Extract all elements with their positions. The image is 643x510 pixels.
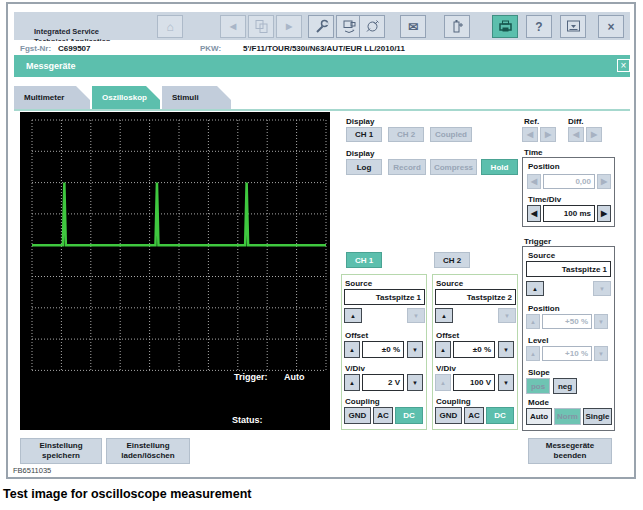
ch2-coupling-label: Coupling xyxy=(436,397,471,406)
operations-button[interactable] xyxy=(248,15,274,38)
battery-icon xyxy=(450,19,465,34)
dialog-close-button[interactable]: × xyxy=(617,59,630,72)
vin-value: C699507 xyxy=(58,44,90,53)
ch1-select-button[interactable]: CH 1 xyxy=(346,252,382,268)
save-settings-label: Einstellung xyxy=(39,441,82,451)
display-ch2-button[interactable]: CH 2 xyxy=(388,127,424,142)
caption: Test image for oscilloscope measurement xyxy=(3,487,251,501)
arrow-up-icon: ▲ xyxy=(440,380,446,386)
arrow-up-icon: ▲ xyxy=(349,347,355,353)
help-button[interactable]: ? xyxy=(526,15,552,38)
trigger-source-down-button[interactable]: ▼ xyxy=(593,281,611,296)
battery-button[interactable] xyxy=(444,15,470,38)
window-minimize-icon xyxy=(566,19,581,34)
ch2-select-button[interactable]: CH 2 xyxy=(434,252,470,268)
display-channels-label: Display xyxy=(346,117,374,126)
arrow-down-icon: ▼ xyxy=(412,380,418,386)
diff-next-button[interactable]: ▶ xyxy=(586,127,602,142)
arrow-left-icon: ◀ xyxy=(527,130,533,139)
ch1-vdiv-value: 2 V xyxy=(362,374,404,391)
ch1-vdiv-down-button[interactable]: ▼ xyxy=(407,374,423,391)
slope-neg-button[interactable]: neg xyxy=(553,378,577,394)
ch1-offset-up-button[interactable]: ▲ xyxy=(344,341,360,358)
time-box: Position ◀ 0,00 ▶ Time/Div ◀ 100 ms ▶ xyxy=(522,157,615,227)
back-button[interactable]: ◀ xyxy=(220,15,246,38)
arrow-down-icon: ▼ xyxy=(598,351,604,357)
ch2-source-up-button[interactable]: ▲ xyxy=(435,308,453,323)
mode-norm-button[interactable]: Norm xyxy=(554,408,581,425)
connection-button[interactable] xyxy=(359,15,385,38)
time-position-value: 0,00 xyxy=(543,174,595,189)
load-delete-settings-button[interactable]: Einstellung laden/löschen xyxy=(106,438,190,464)
trigger-position-value: +50 % xyxy=(542,314,592,329)
ch2-vdiv-down-button[interactable]: ▼ xyxy=(498,374,514,391)
record-button[interactable]: Record xyxy=(388,159,426,175)
ch2-offset-up-button[interactable]: ▲ xyxy=(435,341,451,358)
messages-button[interactable]: ✉ xyxy=(400,15,426,38)
ch2-source-down-button[interactable]: ▼ xyxy=(498,308,516,323)
ref-next-button[interactable]: ▶ xyxy=(540,127,556,142)
arrow-down-icon: ▼ xyxy=(503,347,509,353)
arrow-right-icon: ▶ xyxy=(591,130,597,139)
mode-auto-button[interactable]: Auto xyxy=(526,408,552,425)
scope-trigger-label: Trigger: xyxy=(234,372,268,382)
mode-single-button[interactable]: Single xyxy=(583,408,612,425)
arrow-up-icon: ▲ xyxy=(440,347,446,353)
display-coupled-button[interactable]: Coupled xyxy=(430,127,472,142)
printer-icon xyxy=(498,19,513,34)
end-measurement-button[interactable]: Messegeräte beenden xyxy=(528,438,612,464)
dialog-title: Messgeräte xyxy=(26,61,76,71)
trigger-label: Trigger xyxy=(524,237,551,246)
save-settings-button[interactable]: Einstellung speichern xyxy=(20,438,102,464)
tab-multimeter[interactable]: Multimeter xyxy=(14,86,90,109)
ch2-vdiv-up-button[interactable]: ▲ xyxy=(435,374,451,391)
ch2-ac-button[interactable]: AC xyxy=(464,407,484,424)
ch1-source-up-button[interactable]: ▲ xyxy=(344,308,362,323)
ch1-offset-down-button[interactable]: ▼ xyxy=(407,341,423,358)
trigger-source-up-button[interactable]: ▲ xyxy=(526,281,544,296)
ch1-source-label: Source xyxy=(345,279,372,288)
diff-prev-button[interactable]: ◀ xyxy=(568,127,584,142)
trigger-position-up-button[interactable]: ▲ xyxy=(526,314,540,329)
figure-id: FB6511035 xyxy=(13,466,51,475)
log-button[interactable]: Log xyxy=(346,159,382,175)
arrow-right-icon: ▶ xyxy=(286,22,292,31)
trigger-position-down-button[interactable]: ▼ xyxy=(594,314,608,329)
slope-pos-button[interactable]: pos xyxy=(526,378,550,394)
forward-button[interactable]: ▶ xyxy=(276,15,302,38)
ch1-dc-button[interactable]: DC xyxy=(395,407,423,424)
envelope-icon: ✉ xyxy=(408,20,418,34)
trigger-level-up-button[interactable]: ▲ xyxy=(526,346,540,361)
exit-button[interactable]: × xyxy=(598,15,624,38)
arrow-down-icon: ▼ xyxy=(504,313,510,319)
compress-button[interactable]: Compress xyxy=(430,159,477,175)
display-mode-label: Display xyxy=(346,149,374,158)
ch1-offset-value: ±0 % xyxy=(362,341,404,358)
workshop-button[interactable] xyxy=(308,15,334,38)
ch1-gnd-button[interactable]: GND xyxy=(344,407,371,424)
timediv-value: 100 ms xyxy=(543,205,595,222)
ch1-source-down-button[interactable]: ▼ xyxy=(407,308,425,323)
ch1-ac-button[interactable]: AC xyxy=(373,407,393,424)
display-ch1-button[interactable]: CH 1 xyxy=(346,127,382,142)
ch1-vdiv-up-button[interactable]: ▲ xyxy=(344,374,360,391)
timediv-inc-button[interactable]: ▶ xyxy=(597,205,611,222)
trigger-level-down-button[interactable]: ▼ xyxy=(594,346,608,361)
hold-button[interactable]: Hold xyxy=(481,159,518,175)
ch2-dc-button[interactable]: DC xyxy=(486,407,514,424)
ch2-gnd-button[interactable]: GND xyxy=(435,407,462,424)
end-measurement-label2: beenden xyxy=(554,451,587,461)
arrow-right-icon: ▶ xyxy=(601,209,607,218)
timediv-dec-button[interactable]: ◀ xyxy=(527,205,541,222)
display-select-button[interactable] xyxy=(560,15,586,38)
ref-prev-button[interactable]: ◀ xyxy=(522,127,538,142)
print-button[interactable] xyxy=(492,15,518,38)
ch2-offset-down-button[interactable]: ▼ xyxy=(498,341,514,358)
diff-label: Diff. xyxy=(568,117,584,126)
home-button[interactable]: ⌂ xyxy=(157,15,183,38)
ch1-source-value: Tastspitze 1 xyxy=(344,289,425,305)
time-position-dec-button[interactable]: ◀ xyxy=(527,174,541,189)
scope-trigger-value: Auto xyxy=(284,372,305,382)
ch2-vdiv-label: V/Div xyxy=(436,364,456,373)
time-position-inc-button[interactable]: ▶ xyxy=(597,174,611,189)
